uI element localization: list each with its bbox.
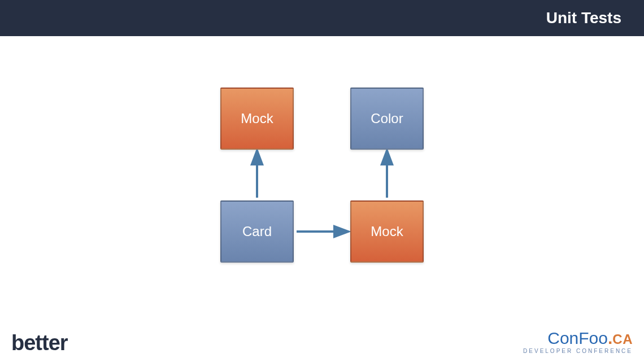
box-label: Card	[242, 224, 272, 239]
box-label: Mock	[241, 111, 273, 127]
confoo-part-ca: CA	[612, 332, 633, 347]
arrow-up-left	[249, 150, 266, 200]
confoo-part-con: Con	[547, 329, 578, 347]
diagram: Mock Color Card Mock	[220, 88, 435, 268]
confoo-part-foo: Foo	[578, 329, 608, 347]
arrow-up-right	[378, 150, 395, 200]
slide-title: Unit Tests	[546, 9, 621, 27]
confoo-logo-text: ConFoo.CA	[523, 330, 633, 347]
box-label: Mock	[371, 224, 403, 239]
box-label: Color	[371, 111, 403, 127]
footer-left-logo: better	[11, 331, 68, 355]
better-logo-text: better	[11, 331, 68, 355]
diagram-box-color: Color	[350, 88, 424, 150]
confoo-subtitle: DEVELOPER CONFERENCE	[523, 348, 633, 354]
diagram-box-mock-bottom: Mock	[350, 200, 424, 263]
arrow-right	[294, 223, 350, 240]
diagram-box-card: Card	[220, 200, 294, 263]
slide-header: Unit Tests	[0, 0, 644, 36]
diagram-box-mock-top: Mock	[220, 88, 294, 150]
footer-right-logo: ConFoo.CA DEVELOPER CONFERENCE	[523, 330, 633, 354]
